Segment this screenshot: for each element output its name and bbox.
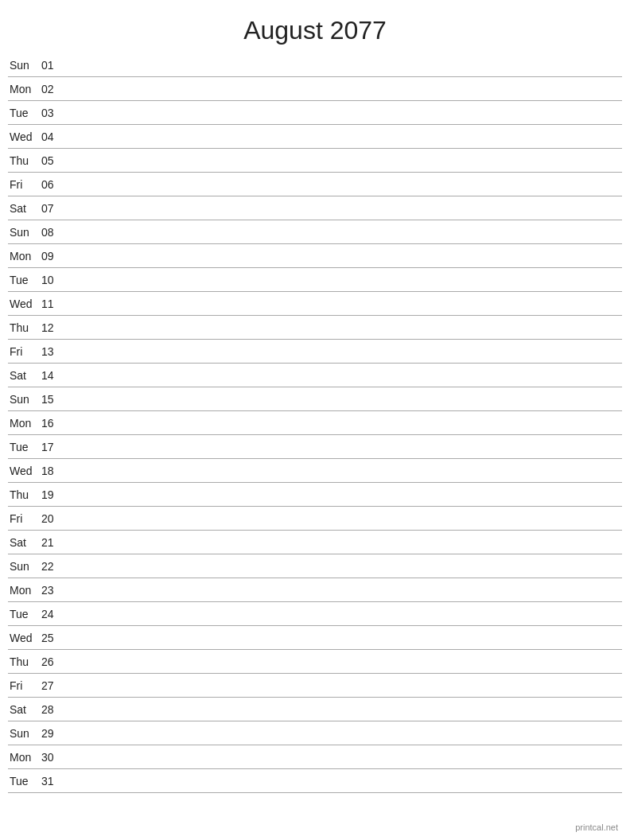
day-number: 11 [41, 298, 67, 310]
day-name: Mon [8, 250, 41, 262]
day-name: Mon [8, 83, 41, 95]
day-number: 24 [41, 608, 67, 620]
day-row: Thu05 [8, 149, 622, 173]
day-number: 13 [41, 345, 67, 358]
day-row: Tue31 [8, 769, 622, 793]
day-line [67, 494, 622, 495]
day-number: 20 [41, 512, 67, 525]
day-line [67, 661, 622, 662]
day-name: Fri [8, 178, 41, 191]
day-name: Sat [8, 703, 41, 716]
day-line [67, 255, 622, 256]
day-name: Sun [8, 727, 41, 740]
day-line [67, 184, 622, 185]
day-row: Fri13 [8, 340, 622, 364]
day-line [67, 351, 622, 352]
day-name: Sun [8, 59, 41, 72]
day-name: Tue [8, 441, 41, 453]
day-number: 08 [41, 226, 67, 239]
day-number: 21 [41, 536, 67, 549]
day-row: Tue17 [8, 435, 622, 459]
day-line [67, 542, 622, 542]
day-number: 02 [41, 83, 67, 95]
day-row: Thu19 [8, 483, 622, 507]
day-number: 07 [41, 202, 67, 215]
day-row: Fri06 [8, 173, 622, 196]
day-line [67, 613, 622, 614]
day-number: 01 [41, 59, 67, 72]
day-line [67, 685, 622, 686]
day-row: Sun22 [8, 554, 622, 578]
day-name: Fri [8, 345, 41, 358]
day-name: Thu [8, 321, 41, 334]
day-name: Sat [8, 369, 41, 382]
day-name: Tue [8, 608, 41, 620]
day-row: Sun01 [8, 53, 622, 77]
day-number: 26 [41, 655, 67, 668]
day-row: Wed11 [8, 292, 622, 316]
day-row: Fri27 [8, 674, 622, 698]
day-name: Thu [8, 655, 41, 668]
day-line [67, 637, 622, 638]
day-line [67, 422, 622, 423]
day-number: 12 [41, 321, 67, 334]
day-line [67, 327, 622, 328]
day-number: 27 [41, 679, 67, 692]
day-number: 16 [41, 417, 67, 430]
day-name: Tue [8, 107, 41, 119]
day-name: Mon [8, 584, 41, 597]
footer-text: printcal.net [575, 822, 618, 832]
day-row: Tue24 [8, 602, 622, 626]
day-name: Fri [8, 512, 41, 525]
day-number: 10 [41, 274, 67, 286]
day-number: 23 [41, 584, 67, 597]
day-line [67, 136, 622, 137]
day-row: Sun29 [8, 721, 622, 745]
day-number: 09 [41, 250, 67, 262]
day-line [67, 303, 622, 304]
day-row: Mon16 [8, 411, 622, 435]
calendar-container: Sun01Mon02Tue03Wed04Thu05Fri06Sat07Sun08… [0, 53, 630, 793]
day-number: 19 [41, 488, 67, 501]
day-name: Wed [8, 465, 41, 477]
day-line [67, 279, 622, 280]
day-line [67, 231, 622, 232]
day-name: Sun [8, 226, 41, 239]
day-number: 29 [41, 727, 67, 740]
day-row: Mon23 [8, 578, 622, 602]
day-name: Sat [8, 202, 41, 215]
day-number: 03 [41, 107, 67, 119]
day-number: 04 [41, 130, 67, 143]
day-row: Wed25 [8, 626, 622, 650]
day-line [67, 208, 622, 208]
day-row: Mon02 [8, 77, 622, 101]
day-line [67, 375, 622, 375]
day-number: 05 [41, 154, 67, 167]
day-number: 31 [41, 775, 67, 788]
day-number: 22 [41, 560, 67, 573]
day-row: Sat21 [8, 531, 622, 554]
day-line [67, 64, 622, 65]
day-name: Sat [8, 536, 41, 549]
day-line [67, 160, 622, 161]
page-title: August 2077 [0, 0, 630, 53]
day-name: Wed [8, 130, 41, 143]
day-number: 28 [41, 703, 67, 716]
day-row: Thu26 [8, 650, 622, 674]
day-name: Wed [8, 632, 41, 644]
day-name: Sun [8, 393, 41, 406]
day-row: Sun15 [8, 387, 622, 411]
day-line [67, 733, 622, 733]
day-name: Tue [8, 775, 41, 788]
day-number: 25 [41, 632, 67, 644]
day-line [67, 88, 622, 89]
day-name: Thu [8, 154, 41, 167]
day-line [67, 589, 622, 590]
day-row: Tue03 [8, 101, 622, 125]
day-line [67, 446, 622, 447]
day-name: Mon [8, 417, 41, 430]
day-number: 06 [41, 178, 67, 191]
day-row: Sat14 [8, 364, 622, 387]
day-row: Fri20 [8, 507, 622, 531]
day-number: 14 [41, 369, 67, 382]
